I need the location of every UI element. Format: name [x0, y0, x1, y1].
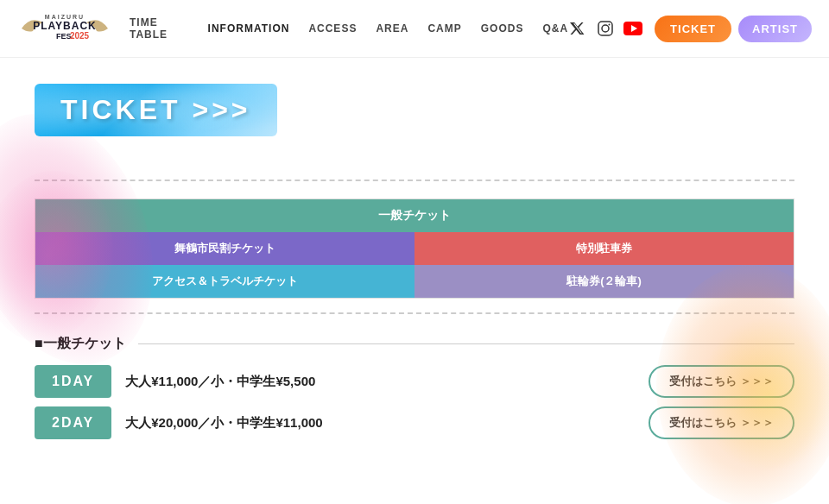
nav-goods[interactable]: GOODS: [481, 22, 524, 35]
main-nav: TIME TABLE INFORMATION ACCESS AREA CAMP …: [130, 16, 568, 41]
ticket-banner-text: TICKET >>>: [60, 94, 251, 125]
nav-access[interactable]: ACCESS: [308, 22, 357, 35]
ticket-2day-apply-button[interactable]: 受付はこちら ＞＞＞: [649, 406, 794, 439]
logo-svg: MAIZURU PLAYBACK FES. 2025: [17, 7, 112, 50]
svg-text:2025: 2025: [70, 31, 90, 41]
ticket-nav-cell-bicycle[interactable]: 駐輪券(２輪車): [414, 265, 794, 298]
ticket-2day-row: 2DAY 大人¥20,000／小・中学生¥11,000 受付はこちら ＞＞＞: [35, 406, 794, 439]
nav-information[interactable]: INFORMATION: [208, 22, 290, 35]
ticket-nav-row2: アクセス＆トラベルチケット 駐輪券(２輪車): [35, 265, 794, 298]
ticket-nav-row1: 舞鶴市民割チケット 特別駐車券: [35, 232, 794, 265]
divider-top: [35, 180, 794, 181]
nav-area[interactable]: AREA: [376, 22, 408, 35]
nav-camp[interactable]: CAMP: [427, 22, 461, 35]
ticket-2day-badge: 2DAY: [35, 406, 111, 439]
nav-qa[interactable]: Q&A: [542, 22, 568, 35]
ticket-button[interactable]: TICKET: [655, 16, 731, 42]
ticket-1day-apply-button[interactable]: 受付はこちら ＞＞＞: [649, 365, 794, 398]
main-content: TICKET >>> 一般チケット 舞鶴市民割チケット 特別駐車券 アクセス＆ト…: [0, 58, 829, 504]
ticket-1day-row: 1DAY 大人¥11,000／小・中学生¥5,500 受付はこちら ＞＞＞: [35, 365, 794, 398]
ticket-table-header: 一般チケット: [35, 199, 794, 232]
section-heading-text: ■一般チケット: [35, 335, 126, 353]
instagram-icon[interactable]: [596, 19, 615, 38]
ticket-banner-bg: TICKET >>>: [35, 84, 277, 136]
svg-point-5: [602, 25, 609, 32]
section-heading-general: ■一般チケット: [35, 335, 794, 353]
header-buttons: TICKET ARTIST: [655, 16, 812, 42]
youtube-icon[interactable]: [623, 19, 642, 38]
svg-point-6: [609, 24, 611, 26]
ticket-nav-cell-maizuru[interactable]: 舞鶴市民割チケット: [35, 232, 414, 265]
svg-text:PLAYBACK: PLAYBACK: [33, 20, 97, 32]
svg-text:MAIZURU: MAIZURU: [45, 14, 85, 20]
logo-area: MAIZURU PLAYBACK FES. 2025: [17, 7, 130, 50]
ticket-nav-table: 一般チケット 舞鶴市民割チケット 特別駐車券 アクセス＆トラベルチケット 駐輪券…: [35, 198, 794, 299]
section-heading-line: [138, 343, 794, 344]
ticket-2day-price: 大人¥20,000／小・中学生¥11,000: [125, 415, 635, 432]
social-icons: [568, 19, 642, 38]
artist-button[interactable]: ARTIST: [738, 16, 812, 42]
divider-bottom: [35, 312, 794, 314]
ticket-1day-badge: 1DAY: [35, 365, 111, 398]
twitter-x-icon[interactable]: [568, 19, 587, 38]
ticket-1day-price: 大人¥11,000／小・中学生¥5,500: [125, 374, 635, 390]
site-header: MAIZURU PLAYBACK FES. 2025 TIME TABLE IN…: [0, 0, 829, 58]
ticket-nav-cell-parking[interactable]: 特別駐車券: [414, 232, 794, 265]
svg-rect-4: [598, 22, 612, 35]
site-logo: MAIZURU PLAYBACK FES. 2025: [17, 7, 112, 50]
ticket-banner: TICKET >>>: [35, 84, 277, 136]
nav-timetable[interactable]: TIME TABLE: [130, 16, 189, 41]
ticket-nav-cell-access[interactable]: アクセス＆トラベルチケット: [35, 265, 414, 298]
